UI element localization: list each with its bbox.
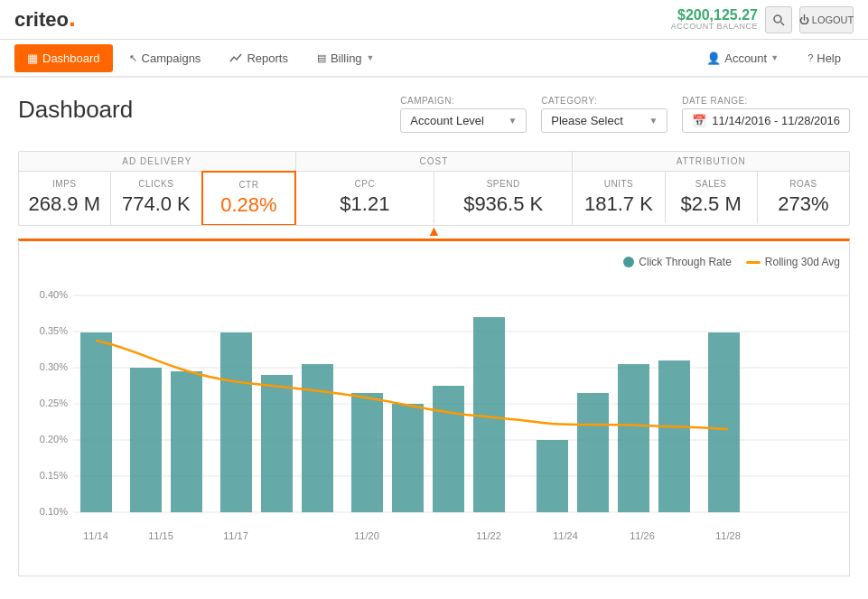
nav-account[interactable]: 👤 Account ▼ — [694, 44, 791, 72]
bar-1115a — [130, 368, 162, 512]
bar-1122a — [433, 386, 464, 512]
category-select-value: Please Select — [551, 114, 623, 127]
svg-text:0.30%: 0.30% — [40, 361, 68, 372]
account-dropdown-arrow: ▼ — [770, 53, 779, 62]
nav-dashboard-label: Dashboard — [42, 51, 100, 65]
svg-text:11/26: 11/26 — [630, 530, 655, 541]
svg-text:11/15: 11/15 — [148, 530, 173, 541]
campaign-select-value: Account Level — [410, 114, 484, 127]
logout-button[interactable]: ⏻ LOGOUT — [799, 6, 854, 33]
calendar-icon: 📅 — [692, 114, 706, 127]
svg-text:11/24: 11/24 — [553, 530, 578, 541]
nav-reports[interactable]: Reports — [217, 44, 301, 72]
nav-account-label: Account — [724, 51, 767, 65]
logout-label: LOGOUT — [812, 14, 854, 25]
svg-text:0.25%: 0.25% — [40, 398, 68, 408]
nav-right: 👤 Account ▼ ? Help — [694, 44, 854, 72]
metrics-section: AD DELIVERY IMPS 268.9 M CLICKS 774.0 K … — [18, 151, 850, 226]
reports-icon — [229, 52, 242, 63]
spend-label: SPEND — [443, 179, 563, 189]
metrics-group-attribution: ATTRIBUTION UNITS 181.7 K SALES $2.5 M R… — [573, 152, 849, 225]
cpc-value: $1.21 — [305, 192, 425, 216]
svg-text:11/20: 11/20 — [354, 530, 379, 541]
clicks-label: CLICKS — [120, 179, 193, 189]
nav-billing[interactable]: ▤ Billing ▼ — [304, 44, 387, 72]
bar-1120c — [392, 404, 424, 512]
ctr-legend-dot — [623, 257, 634, 267]
svg-text:0.35%: 0.35% — [40, 325, 68, 336]
nav-dashboard[interactable]: ▦ Dashboard — [14, 44, 113, 72]
imps-label: IMPS — [28, 179, 101, 189]
ctr-legend-label: Click Through Rate — [639, 256, 732, 268]
svg-text:11/22: 11/22 — [476, 530, 501, 541]
svg-text:11/17: 11/17 — [223, 530, 248, 541]
billing-dropdown-arrow: ▼ — [367, 53, 375, 62]
bar-1117a — [220, 332, 252, 512]
svg-text:0.20%: 0.20% — [40, 434, 68, 445]
nav-reports-label: Reports — [247, 51, 288, 65]
metric-roas[interactable]: ROAS 273% — [758, 172, 849, 223]
bar-1114 — [80, 332, 112, 512]
filters-area: CAMPAIGN: Account Level ▼ CATEGORY: Plea… — [400, 96, 850, 133]
search-button[interactable] — [765, 6, 792, 33]
ctr-value: 0.28% — [212, 193, 285, 217]
sales-value: $2.5 M — [675, 192, 748, 216]
campaigns-icon: ↖ — [129, 52, 137, 64]
bar-1126b — [658, 360, 690, 512]
nav-campaigns-label: Campaigns — [142, 51, 201, 65]
ad-delivery-cells: IMPS 268.9 M CLICKS 774.0 K CTR 0.28% — [19, 172, 295, 225]
date-range-value: 11/14/2016 - 11/28/2016 — [712, 114, 840, 127]
campaign-filter-label: CAMPAIGN: — [400, 96, 527, 106]
bar-1117b — [261, 375, 293, 512]
header-row: Dashboard CAMPAIGN: Account Level ▼ CATE… — [18, 96, 850, 133]
metrics-group-cost: COST CPC $1.21 SPEND $936.5 K — [296, 152, 574, 225]
category-filter-group: CATEGORY: Please Select ▼ — [541, 96, 667, 133]
metric-ctr[interactable]: CTR 0.28% — [201, 171, 296, 226]
category-select[interactable]: Please Select ▼ — [541, 108, 667, 133]
bar-1126a — [618, 364, 649, 512]
svg-text:11/28: 11/28 — [715, 530, 741, 541]
chart-arrow-indicator: ▲ — [18, 224, 850, 239]
dashboard-icon: ▦ — [27, 51, 38, 65]
metric-clicks[interactable]: CLICKS 774.0 K — [111, 172, 203, 225]
metric-imps[interactable]: IMPS 268.9 M — [19, 172, 111, 225]
ctr-label: CTR — [212, 180, 285, 190]
top-right-area: $200,125.27 ACCOUNT BALANCE ⏻ LOGOUT — [671, 6, 854, 33]
ad-delivery-header: AD DELIVERY — [19, 152, 295, 172]
nav-bar: ▦ Dashboard ↖ Campaigns Reports ▤ Billin… — [0, 40, 868, 78]
spend-value: $936.5 K — [443, 192, 563, 216]
bar-1128 — [708, 332, 740, 512]
date-range-filter-group: DATE RANGE: 📅 11/14/2016 - 11/28/2016 — [682, 96, 850, 133]
nav-help[interactable]: ? Help — [795, 44, 854, 72]
imps-value: 268.9 M — [28, 192, 101, 216]
cost-header: COST — [296, 152, 573, 172]
campaign-dropdown-arrow: ▼ — [508, 116, 517, 126]
nav-campaigns[interactable]: ↖ Campaigns — [117, 44, 214, 72]
bar-1120b — [351, 393, 383, 512]
nav-billing-label: Billing — [331, 51, 362, 65]
metrics-groups: AD DELIVERY IMPS 268.9 M CLICKS 774.0 K … — [19, 152, 849, 225]
logo-dot: . — [69, 5, 76, 31]
metric-cpc[interactable]: CPC $1.21 — [296, 172, 434, 223]
search-icon — [772, 14, 785, 26]
date-range-picker[interactable]: 📅 11/14/2016 - 11/28/2016 — [682, 108, 850, 133]
date-range-label: DATE RANGE: — [682, 96, 850, 106]
category-dropdown-arrow: ▼ — [649, 116, 658, 126]
metric-sales[interactable]: SALES $2.5 M — [666, 172, 758, 223]
svg-text:0.15%: 0.15% — [40, 470, 68, 481]
metric-units[interactable]: UNITS 181.7 K — [573, 172, 665, 223]
bar-1124b — [577, 393, 609, 512]
svg-text:11/14: 11/14 — [83, 530, 108, 541]
metrics-group-ad-delivery: AD DELIVERY IMPS 268.9 M CLICKS 774.0 K … — [19, 152, 296, 225]
account-icon: 👤 — [706, 51, 721, 65]
units-value: 181.7 K — [582, 192, 655, 216]
category-filter-label: CATEGORY: — [541, 96, 667, 106]
balance-label: ACCOUNT BALANCE — [671, 23, 758, 32]
campaign-select[interactable]: Account Level ▼ — [400, 108, 527, 133]
cost-cells: CPC $1.21 SPEND $936.5 K — [296, 172, 573, 223]
metric-spend[interactable]: SPEND $936.5 K — [434, 172, 572, 223]
logout-icon: ⏻ — [799, 14, 809, 25]
avg-legend-line — [746, 261, 761, 264]
legend-ctr: Click Through Rate — [623, 256, 732, 268]
bar-1124a — [537, 440, 568, 512]
